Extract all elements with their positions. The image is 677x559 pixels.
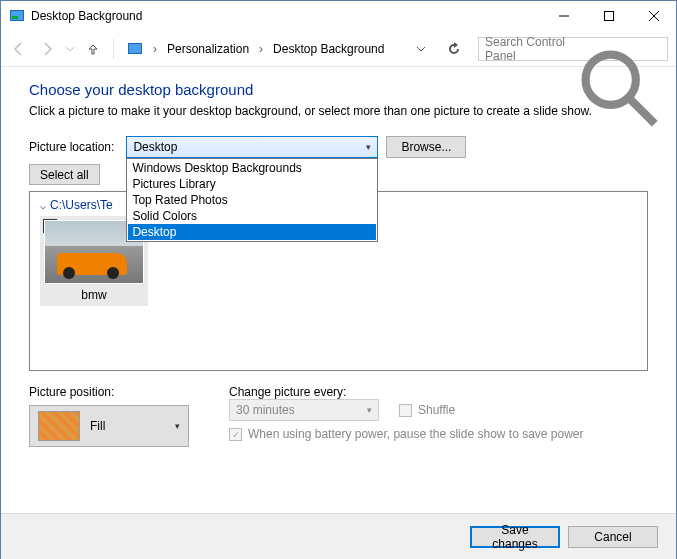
- change-interval-select: 30 minutes ▾: [229, 399, 379, 421]
- shuffle-option: Shuffle: [399, 403, 455, 417]
- shuffle-label: Shuffle: [418, 403, 455, 417]
- footer: Save changes Cancel: [1, 513, 676, 559]
- picture-location-dropdown: Windows Desktop Backgrounds Pictures Lib…: [126, 158, 378, 242]
- picture-location-combo[interactable]: Desktop ▾ Windows Desktop Backgrounds Pi…: [126, 136, 378, 158]
- navbar: › Personalization › Desktop Background S…: [1, 31, 676, 67]
- svg-rect-8: [129, 44, 141, 53]
- search-input[interactable]: Search Control Panel: [478, 37, 668, 61]
- svg-rect-2: [12, 16, 18, 19]
- save-button[interactable]: Save changes: [470, 526, 560, 548]
- picture-location-label: Picture location:: [29, 140, 114, 154]
- app-icon: [9, 8, 25, 24]
- dropdown-option[interactable]: Windows Desktop Backgrounds: [128, 160, 376, 176]
- dropdown-option[interactable]: Solid Colors: [128, 208, 376, 224]
- battery-label: When using battery power, pause the slid…: [248, 427, 584, 441]
- svg-point-9: [586, 54, 636, 104]
- search-placeholder: Search Control Panel: [485, 35, 573, 63]
- position-value: Fill: [90, 419, 165, 433]
- svg-rect-4: [604, 12, 613, 21]
- dropdown-option[interactable]: Top Rated Photos: [128, 192, 376, 208]
- nav-up-button[interactable]: [81, 37, 105, 61]
- nav-forward-button[interactable]: [35, 37, 59, 61]
- picture-position-label: Picture position:: [29, 385, 189, 399]
- breadcrumb-item[interactable]: Personalization: [163, 40, 253, 58]
- maximize-button[interactable]: [586, 1, 631, 31]
- cancel-button[interactable]: Cancel: [568, 526, 658, 548]
- browse-button[interactable]: Browse...: [386, 136, 466, 158]
- thumbnail-caption: bmw: [44, 284, 144, 302]
- close-button[interactable]: [631, 1, 676, 31]
- chevron-down-icon: ▾: [175, 421, 180, 431]
- nav-back-button[interactable]: [7, 37, 31, 61]
- interval-value: 30 minutes: [236, 403, 295, 417]
- shuffle-checkbox: [399, 404, 412, 417]
- titlebar: Desktop Background: [1, 1, 676, 31]
- nav-recent-dropdown[interactable]: [63, 37, 77, 61]
- combo-value: Desktop: [133, 140, 177, 154]
- chevron-down-icon: ⌵: [40, 200, 46, 211]
- chevron-right-icon[interactable]: ›: [255, 42, 267, 56]
- battery-option: ✓ When using battery power, pause the sl…: [229, 427, 648, 441]
- minimize-button[interactable]: [541, 1, 586, 31]
- separator: [113, 39, 114, 59]
- window-title: Desktop Background: [31, 9, 541, 23]
- svg-line-10: [630, 98, 655, 123]
- page-subtext: Click a picture to make it your desktop …: [29, 104, 648, 118]
- change-picture-label: Change picture every:: [229, 385, 346, 399]
- breadcrumb-item[interactable]: Desktop Background: [269, 40, 388, 58]
- breadcrumb-icon: [127, 41, 143, 57]
- select-all-button[interactable]: Select all: [29, 164, 100, 185]
- chevron-down-icon: ▾: [367, 405, 372, 415]
- page-title: Choose your desktop background: [29, 81, 648, 98]
- chevron-down-icon: ▾: [366, 142, 371, 152]
- battery-checkbox: ✓: [229, 428, 242, 441]
- breadcrumb-history-dropdown[interactable]: [413, 42, 429, 56]
- search-icon: [573, 42, 661, 56]
- group-path: C:\Users\Te: [50, 198, 113, 212]
- chevron-right-icon[interactable]: ›: [149, 42, 161, 56]
- breadcrumb[interactable]: › Personalization › Desktop Background: [122, 37, 434, 61]
- picture-position-select[interactable]: Fill ▾: [29, 405, 189, 447]
- dropdown-option[interactable]: Pictures Library: [128, 176, 376, 192]
- refresh-button[interactable]: [442, 37, 466, 61]
- dropdown-option-selected[interactable]: Desktop: [128, 224, 376, 240]
- position-preview: [38, 411, 80, 441]
